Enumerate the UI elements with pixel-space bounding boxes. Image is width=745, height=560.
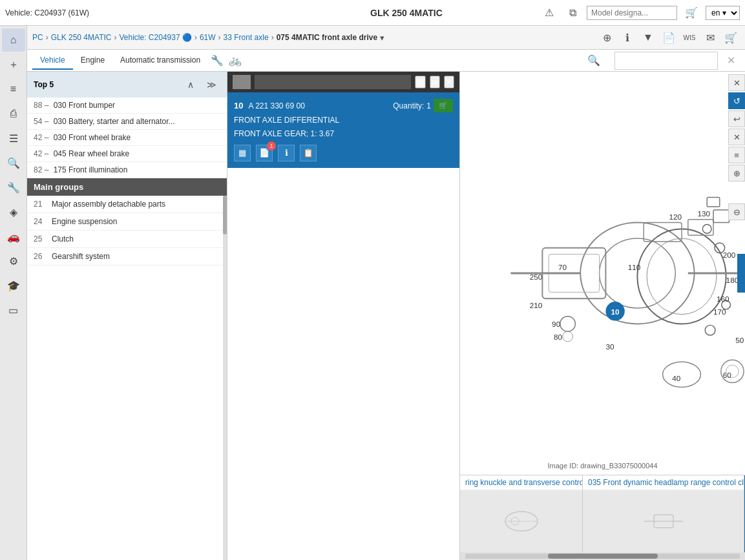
zoom-fit-icon[interactable]: ⊕: [598, 28, 616, 47]
sidebar-icon-car[interactable]: 🚗: [2, 225, 25, 248]
bc-pc[interactable]: PC: [32, 33, 43, 42]
doc-icon[interactable]: 📄: [660, 28, 678, 47]
groups-scrollbar-track[interactable]: [223, 196, 227, 560]
breadcrumb-tools: ⊕ ℹ ▼ 📄 WIS ✉ 🛒: [598, 28, 740, 47]
group-item-26[interactable]: 26 Gearshift system: [27, 248, 227, 265]
bottom-scrollbar[interactable]: [460, 552, 745, 560]
scrollbar-knob[interactable]: [548, 554, 658, 559]
parts-panel: ▦ ≣ ✕ 10 A 221 330 69 00 Quantity: 1 🛒: [227, 72, 460, 560]
layers-btn[interactable]: ≡: [728, 147, 745, 163]
sidebar-icon-tablet[interactable]: ▭: [2, 298, 25, 322]
parts-doc-action[interactable]: 📄 1: [256, 145, 273, 161]
parts-pdf-action[interactable]: 📋: [300, 145, 317, 161]
copy-icon[interactable]: ⧉: [563, 4, 582, 22]
top5-item-4[interactable]: 42 – 045 Rear wheel brake: [27, 146, 227, 162]
spacer: [728, 183, 742, 202]
parts-qty-label: Quantity:: [393, 101, 424, 110]
sidebar-icon-plus[interactable]: ＋: [2, 53, 25, 76]
undo-btn[interactable]: ↩: [728, 110, 745, 127]
svg-text:40: 40: [672, 374, 681, 382]
tab-icon-2[interactable]: 🚲: [226, 52, 244, 70]
parts-header-inner: [255, 75, 411, 89]
top5-item-1[interactable]: 88 – 030 Front bumper: [27, 98, 227, 114]
group-label-21: Major assembly detachable parts: [52, 200, 165, 209]
diagram-panel: 10 120 130 200 180 160 170 250 70 110 21…: [460, 72, 745, 560]
cart-icon[interactable]: 🛒: [682, 4, 700, 22]
crosshair-btn[interactable]: ✕: [728, 129, 745, 145]
zoom-out-btn[interactable]: ⊖: [728, 203, 745, 220]
sidebar-icon-print[interactable]: ⎙: [2, 102, 25, 125]
tab-search-clear[interactable]: ✕: [722, 52, 740, 70]
cart2-icon[interactable]: 🛒: [722, 28, 740, 47]
parts-list-icon[interactable]: ≣: [430, 76, 440, 88]
svg-text:120: 120: [669, 213, 682, 221]
group-item-21[interactable]: 21 Major assembly detachable parts: [27, 196, 227, 213]
bc-61w[interactable]: 61W: [200, 33, 216, 42]
top5-item-2[interactable]: 54 – 030 Battery, starter and alternator…: [27, 114, 227, 130]
parts-selected-item: 10 A 221 330 69 00 Quantity: 1 🛒 FRONT A…: [227, 92, 459, 168]
sidebar-icon-hat[interactable]: 🎓: [2, 274, 25, 297]
language-select[interactable]: en ▾ de fr: [706, 6, 740, 20]
parts-info-action[interactable]: ℹ: [278, 145, 295, 161]
model-search-input[interactable]: [587, 6, 677, 20]
diagram-area[interactable]: 10 120 130 200 180 160 170 250 70 110 21…: [460, 72, 745, 475]
thumb-item-1[interactable]: ring knuckle and transverse control arm …: [460, 475, 583, 552]
warning-icon[interactable]: ⚠: [540, 4, 558, 22]
scrollbar-inner[interactable]: [465, 554, 740, 559]
tab-search-input[interactable]: [614, 52, 718, 70]
parts-grid-icon[interactable]: ▦: [415, 76, 426, 88]
svg-text:10: 10: [611, 307, 620, 316]
tab-icon-1[interactable]: 🔧: [208, 52, 226, 70]
top5-title: Top 5: [34, 80, 54, 89]
tab-search-icon[interactable]: 🔍: [585, 52, 603, 70]
email-icon[interactable]: ✉: [701, 28, 719, 47]
sidebar-icon-home[interactable]: ⌂: [2, 28, 25, 52]
top5-item-3[interactable]: 42 – 030 Front wheel brake: [27, 130, 227, 146]
wis-icon[interactable]: WIS: [680, 28, 698, 47]
sidebar-icon-gear[interactable]: ⚙: [2, 249, 25, 273]
diagram-right-toolbar: ✕ ↺ ↩ ✕ ≡ ⊕ ⊖: [726, 72, 745, 223]
sidebar-icon-wrench[interactable]: 🔧: [2, 176, 25, 199]
sidebar-icon-search[interactable]: 🔍: [2, 151, 25, 174]
tab-automatic[interactable]: Automatic transmission: [112, 52, 208, 70]
bc-glk[interactable]: GLK 250 4MATIC: [51, 33, 112, 42]
diagram-image-id: Image ID: drawing_B33075000044: [547, 462, 657, 470]
parts-grid-action[interactable]: ▦: [234, 145, 251, 161]
parts-actions: ▦ 📄 1 ℹ 📋: [234, 145, 453, 161]
sidebar-icon-tag[interactable]: ◈: [2, 200, 25, 223]
close-panel-btn[interactable]: ✕: [728, 74, 745, 91]
groups-list: 21 Major assembly detachable parts 24 En…: [27, 196, 227, 560]
thumb-item-2[interactable]: 035 Front dynamic headlamp range control…: [583, 475, 744, 552]
tab-engine[interactable]: Engine: [73, 52, 112, 70]
parts-close-icon[interactable]: ✕: [444, 76, 454, 88]
parts-cart-button[interactable]: 🛒: [434, 99, 453, 112]
top5-header: Top 5 ∧ ≫: [27, 72, 227, 98]
tab-vehicle[interactable]: Vehicle: [32, 52, 73, 70]
top5-expand[interactable]: ≫: [202, 76, 220, 94]
bc-vehicle[interactable]: Vehicle: C204937 🔵: [120, 33, 192, 42]
diagram-svg: 10 120 130 200 180 160 170 250 70 110 21…: [460, 72, 745, 475]
svg-text:30: 30: [605, 342, 614, 351]
svg-text:200: 200: [723, 251, 736, 259]
body-split: Top 5 ∧ ≫ 88 – 030 Front bumper 54 – 030…: [27, 72, 745, 560]
thumbnails-bar: ring knuckle and transverse control arm …: [460, 475, 745, 552]
filter-icon[interactable]: ▼: [639, 28, 657, 47]
svg-point-14: [560, 316, 576, 332]
top-bar: Vehicle: C204937 (61W) GLK 250 4MATIC ⚠ …: [0, 0, 745, 26]
model-name: GLK 250 4MATIC: [273, 8, 540, 18]
bc-frontaxle[interactable]: 33 Front axle: [224, 33, 269, 42]
group-item-25[interactable]: 25 Clutch: [27, 231, 227, 248]
top5-collapse[interactable]: ∧: [182, 76, 200, 94]
sidebar-icon-layers[interactable]: ≡: [2, 78, 25, 101]
info-icon[interactable]: ℹ: [618, 28, 636, 47]
svg-point-9: [702, 225, 711, 234]
groups-scrollbar-thumb[interactable]: [223, 196, 227, 234]
group-item-24[interactable]: 24 Engine suspension: [27, 213, 227, 231]
sidebar-icon-list[interactable]: ☰: [2, 127, 25, 150]
dropdown-icon[interactable]: ▾: [380, 33, 384, 43]
rotate-btn[interactable]: ↺: [728, 92, 745, 109]
tab-bar: Vehicle Engine Automatic transmission 🔧 …: [27, 50, 745, 72]
top5-item-5[interactable]: 82 – 175 Front illumination: [27, 162, 227, 178]
parts-color-swatch: [233, 75, 251, 89]
zoom-in-btn[interactable]: ⊕: [728, 165, 745, 181]
